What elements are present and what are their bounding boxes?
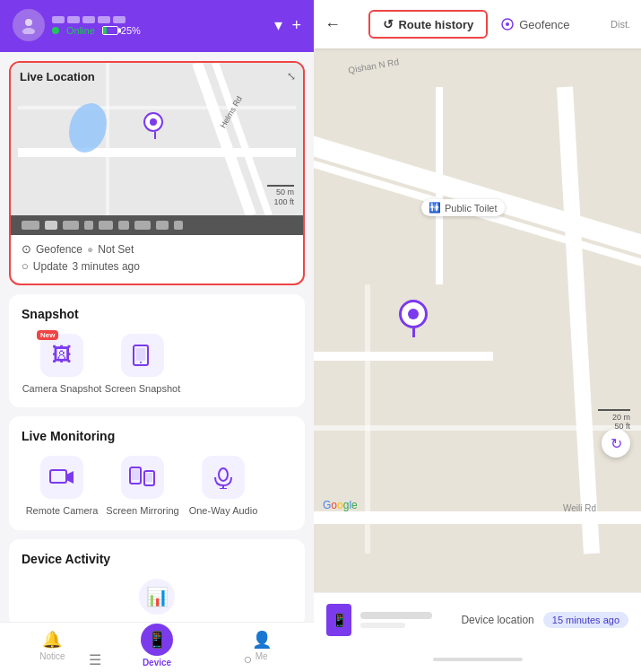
- update-meta: ○ Update 3 minutes ago: [22, 259, 140, 273]
- device-pin-inner: [408, 309, 419, 319]
- dropdown-button[interactable]: ▾: [274, 15, 282, 35]
- device-name-bar: [360, 612, 432, 619]
- live-monitoring-section: Live Monitoring Remote Camera: [9, 416, 305, 529]
- right-panel: ← ↺ Route history Geofence Dist.: [314, 0, 641, 672]
- dist-label: Dist.: [611, 19, 630, 30]
- app-header: Online 25% ▾ +: [0, 0, 314, 52]
- google-logo: Google: [323, 499, 358, 511]
- refresh-button[interactable]: ↻: [602, 429, 630, 458]
- device-name: [52, 14, 141, 23]
- map-header: ← ↺ Route history Geofence Dist.: [314, 0, 641, 48]
- map-preview[interactable]: Live Location ⤡ Helms Rd 50 m 100 ft: [11, 63, 303, 215]
- toilet-marker: 🚻 Public Toilet: [421, 199, 505, 216]
- snapshot-section: Snapshot New 🖼 Camera Snapshot: [9, 294, 305, 407]
- nav-home-icon[interactable]: ○: [243, 651, 252, 668]
- add-button[interactable]: +: [291, 16, 301, 35]
- home-indicator: [433, 658, 523, 661]
- screen-snapshot-icon: [121, 334, 164, 377]
- screen-mirroring-label: Screen Mirroring: [106, 504, 178, 517]
- remote-camera-item[interactable]: Remote Camera: [22, 456, 102, 517]
- svg-rect-13: [132, 469, 139, 480]
- geofence-meta: ⊙ Geofence ● Not Set: [22, 242, 134, 256]
- live-location-title: Live Location: [20, 70, 95, 83]
- device-pin: [399, 300, 428, 337]
- battery-percent: 25%: [121, 25, 141, 36]
- device-pin-circle: [399, 300, 428, 328]
- svg-point-20: [506, 22, 509, 26]
- one-way-audio-label: One-Way Audio: [189, 504, 258, 517]
- avatar[interactable]: [13, 9, 45, 41]
- screen-mirroring-icon: [121, 456, 164, 499]
- device-pin-tail: [412, 328, 415, 337]
- scroll-content: Live Location ⤡ Helms Rd 50 m 100 ft: [0, 52, 314, 622]
- svg-marker-11: [66, 471, 74, 484]
- screen-snapshot-label: Screen Snapshot: [105, 382, 180, 395]
- device-sub-bar: [360, 623, 405, 628]
- route-history-tab[interactable]: ↺ Route history: [368, 10, 488, 39]
- geofence-tab[interactable]: Geofence: [488, 10, 582, 39]
- screen-snapshot-item[interactable]: Screen Snapshot: [102, 334, 183, 395]
- map-area[interactable]: Qishan N Rd Weili Rd 🚻 Public Toilet 20 …: [314, 48, 641, 592]
- nav-menu-icon[interactable]: ☰: [89, 651, 101, 668]
- svg-point-16: [219, 468, 228, 481]
- map-info-card: 📱 Device location 15 minutes ago: [314, 592, 641, 647]
- svg-rect-8: [136, 348, 145, 361]
- card-footer: ⊙ Geofence ● Not Set ○ Update 3 minutes …: [11, 235, 303, 284]
- svg-point-1: [22, 28, 35, 34]
- route-history-icon: ↺: [383, 17, 394, 31]
- one-way-audio-icon: [202, 456, 245, 499]
- back-button[interactable]: ←: [325, 15, 341, 34]
- map-toolbar: [11, 215, 303, 235]
- left-panel: Online 25% ▾ +: [0, 0, 314, 672]
- svg-point-9: [140, 362, 142, 363]
- time-badge: 15 minutes ago: [543, 612, 628, 628]
- map-scale-right: 20 m 50 ft: [598, 409, 630, 431]
- expand-button[interactable]: ⤡: [287, 70, 296, 83]
- remote-camera-icon: [40, 456, 83, 499]
- one-way-audio-item[interactable]: One-Way Audio: [183, 456, 264, 517]
- camera-snapshot-label: Camera Snapshot: [22, 382, 102, 395]
- device-thumbnail: 📱: [326, 604, 351, 636]
- camera-snapshot-item[interactable]: New 🖼 Camera Snapshot: [22, 334, 102, 395]
- remote-camera-label: Remote Camera: [26, 504, 99, 517]
- svg-rect-15: [146, 473, 152, 482]
- snapshot-title: Snapshot: [22, 307, 292, 321]
- screen-mirroring-item[interactable]: Screen Mirroring: [102, 456, 183, 517]
- device-activity-title: Device Activity: [22, 552, 292, 566]
- route-history-label: Route history: [398, 18, 473, 31]
- svg-point-0: [25, 19, 32, 26]
- bottom-bar: [314, 647, 641, 672]
- road-label-weili: Weili Rd: [563, 503, 596, 513]
- device-location-label: Device location: [461, 614, 533, 626]
- activity-chart: 📊: [139, 579, 175, 615]
- live-monitoring-title: Live Monitoring: [22, 429, 292, 443]
- online-label: Online: [66, 25, 95, 36]
- battery-status: 25%: [102, 25, 141, 36]
- live-location-card: Live Location ⤡ Helms Rd 50 m 100 ft: [9, 61, 305, 285]
- bottom-nav: ☰ ○ ‹ ✳ 🔔 Notice 📱 Device 👤 Me: [0, 622, 314, 672]
- device-info: [360, 612, 452, 628]
- geofence-label: Geofence: [519, 18, 569, 31]
- device-activity-section: Device Activity 📊: [9, 539, 305, 622]
- map-canvas: Qishan N Rd Weili Rd 🚻 Public Toilet 20 …: [314, 48, 641, 592]
- camera-snapshot-icon: New 🖼: [40, 334, 83, 377]
- map-pin: [143, 112, 167, 141]
- online-indicator: [52, 27, 59, 34]
- geofence-icon: [500, 17, 515, 31]
- map-scale: 50 m 100 ft: [267, 185, 294, 208]
- svg-rect-10: [50, 470, 66, 483]
